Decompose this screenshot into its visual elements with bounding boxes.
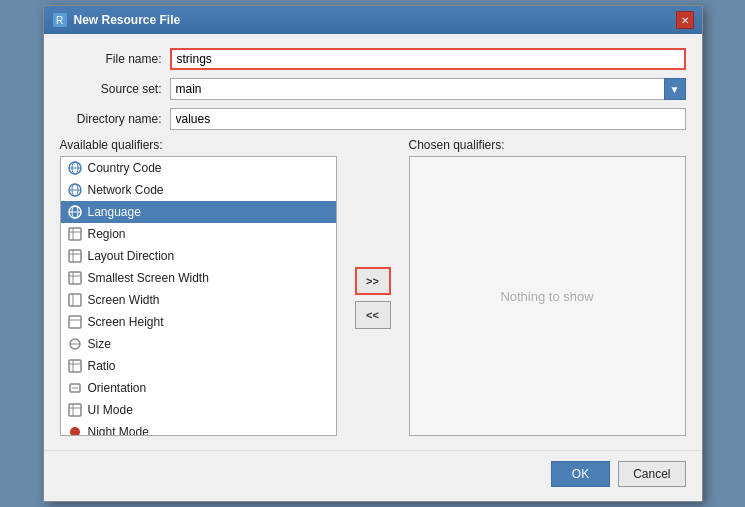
qualifier-item-language[interactable]: Language bbox=[61, 201, 336, 223]
qualifier-label-ui-mode: UI Mode bbox=[88, 403, 133, 417]
orientation-icon bbox=[67, 380, 83, 396]
night-mode-icon bbox=[67, 424, 83, 436]
available-qualifiers-list: Country Code Network Code Language bbox=[60, 156, 337, 436]
sourceset-arrow-icon[interactable]: ▼ bbox=[664, 78, 686, 100]
sourceset-select-wrapper: main ▼ bbox=[170, 78, 686, 100]
svg-rect-22 bbox=[69, 316, 81, 328]
chosen-qualifiers-panel: Chosen qualifiers: Nothing to show bbox=[409, 138, 686, 436]
new-resource-file-dialog: R New Resource File ✕ File name: Source … bbox=[43, 5, 703, 502]
qualifier-label-ratio: Ratio bbox=[88, 359, 116, 373]
qualifier-label-network-code: Network Code bbox=[88, 183, 164, 197]
qualifier-label-layout-direction: Layout Direction bbox=[88, 249, 175, 263]
cancel-button[interactable]: Cancel bbox=[618, 461, 685, 487]
directory-row: Directory name: bbox=[60, 108, 686, 130]
qualifier-label-orientation: Orientation bbox=[88, 381, 147, 395]
nothing-to-show-text: Nothing to show bbox=[500, 289, 593, 304]
svg-text:R: R bbox=[56, 15, 63, 26]
qualifier-label-region: Region bbox=[88, 227, 126, 241]
network-code-icon bbox=[67, 182, 83, 198]
chosen-qualifiers-label: Chosen qualifiers: bbox=[409, 138, 686, 152]
sourceset-row: Source set: main ▼ bbox=[60, 78, 686, 100]
ok-button[interactable]: OK bbox=[551, 461, 610, 487]
qualifier-label-size: Size bbox=[88, 337, 111, 351]
qualifier-label-country-code: Country Code bbox=[88, 161, 162, 175]
filename-label: File name: bbox=[60, 52, 170, 66]
directory-input[interactable] bbox=[170, 108, 686, 130]
available-qualifiers-label: Available qualifiers: bbox=[60, 138, 337, 152]
qualifier-label-smallest-screen-width: Smallest Screen Width bbox=[88, 271, 209, 285]
qualifier-label-screen-width: Screen Width bbox=[88, 293, 160, 307]
language-icon bbox=[67, 204, 83, 220]
qualifier-item-region[interactable]: Region bbox=[61, 223, 336, 245]
filename-row: File name: bbox=[60, 48, 686, 70]
qualifier-item-screen-width[interactable]: Screen Width bbox=[61, 289, 336, 311]
country-code-icon bbox=[67, 160, 83, 176]
transfer-buttons: >> << bbox=[347, 160, 399, 436]
qualifier-label-language: Language bbox=[88, 205, 141, 219]
qualifier-item-country-code[interactable]: Country Code bbox=[61, 157, 336, 179]
qualifier-label-night-mode: Night Mode bbox=[88, 425, 149, 436]
qualifier-item-night-mode[interactable]: Night Mode bbox=[61, 421, 336, 436]
chosen-qualifiers-area: Nothing to show bbox=[409, 156, 686, 436]
svg-point-34 bbox=[70, 427, 80, 436]
qualifier-item-orientation[interactable]: Orientation bbox=[61, 377, 336, 399]
ui-mode-icon bbox=[67, 402, 83, 418]
qualifier-item-ratio[interactable]: Ratio bbox=[61, 355, 336, 377]
sourceset-label: Source set: bbox=[60, 82, 170, 96]
dialog-footer: OK Cancel bbox=[44, 450, 702, 501]
dialog-body: File name: Source set: main ▼ Directory … bbox=[44, 34, 702, 450]
svg-rect-31 bbox=[69, 404, 81, 416]
svg-rect-20 bbox=[69, 294, 81, 306]
dialog-icon: R bbox=[52, 12, 68, 28]
qualifier-label-screen-height: Screen Height bbox=[88, 315, 164, 329]
title-bar-left: R New Resource File bbox=[52, 12, 181, 28]
sourceset-select[interactable]: main bbox=[170, 78, 686, 100]
qualifier-item-size[interactable]: Size bbox=[61, 333, 336, 355]
qualifier-item-screen-height[interactable]: Screen Height bbox=[61, 311, 336, 333]
close-button[interactable]: ✕ bbox=[676, 11, 694, 29]
layout-direction-icon bbox=[67, 248, 83, 264]
svg-rect-11 bbox=[69, 228, 81, 240]
qualifier-item-ui-mode[interactable]: UI Mode bbox=[61, 399, 336, 421]
available-qualifiers-panel: Available qualifiers: Country Code Netwo… bbox=[60, 138, 337, 436]
screen-height-icon bbox=[67, 314, 83, 330]
qualifier-item-network-code[interactable]: Network Code bbox=[61, 179, 336, 201]
filename-input[interactable] bbox=[170, 48, 686, 70]
svg-rect-26 bbox=[69, 360, 81, 372]
qualifiers-section: Available qualifiers: Country Code Netwo… bbox=[60, 138, 686, 436]
size-icon bbox=[67, 336, 83, 352]
svg-rect-14 bbox=[69, 250, 81, 262]
title-bar: R New Resource File ✕ bbox=[44, 6, 702, 34]
remove-qualifier-button[interactable]: << bbox=[355, 301, 391, 329]
directory-label: Directory name: bbox=[60, 112, 170, 126]
ratio-icon bbox=[67, 358, 83, 374]
svg-rect-17 bbox=[69, 272, 81, 284]
smallest-screen-width-icon bbox=[67, 270, 83, 286]
qualifier-item-smallest-screen-width[interactable]: Smallest Screen Width bbox=[61, 267, 336, 289]
region-icon bbox=[67, 226, 83, 242]
dialog-title: New Resource File bbox=[74, 13, 181, 27]
qualifier-item-layout-direction[interactable]: Layout Direction bbox=[61, 245, 336, 267]
add-qualifier-button[interactable]: >> bbox=[355, 267, 391, 295]
screen-width-icon bbox=[67, 292, 83, 308]
